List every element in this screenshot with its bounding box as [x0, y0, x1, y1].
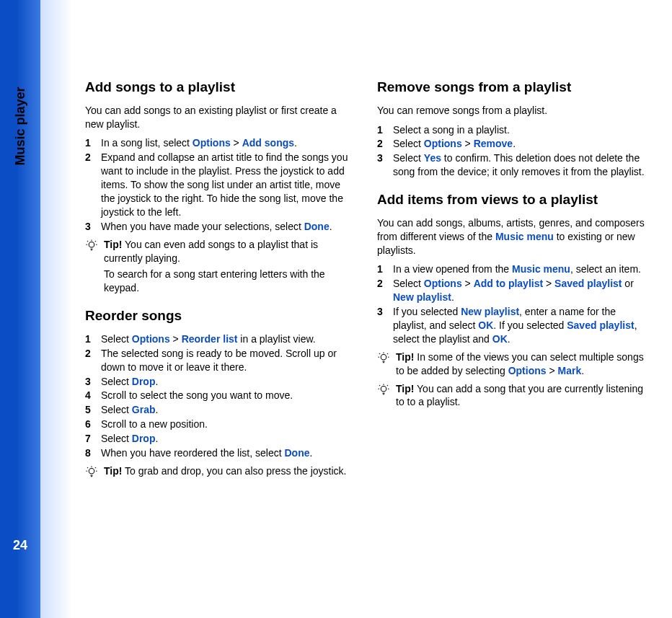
step-number: 5	[85, 403, 101, 417]
chapter-title: Music player	[12, 87, 29, 165]
tip-block: Tip! In some of the views you can select…	[377, 350, 649, 378]
column-right: Remove songs from a playlist You can rem…	[377, 78, 649, 486]
ui-done: Done	[304, 221, 330, 232]
ui-new-playlist: New playlist	[461, 306, 519, 317]
intro-add-songs: You can add songs to an existing playlis…	[85, 104, 357, 131]
text: .	[451, 291, 454, 303]
ui-add-songs: Add songs	[242, 137, 294, 149]
step-number: 8	[85, 446, 101, 460]
ui-reorder-list: Reorder list	[182, 333, 238, 345]
text: .	[294, 137, 297, 149]
steps-add-songs: 1 In a song list, select Options > Add s…	[85, 136, 357, 233]
text: >	[543, 278, 554, 289]
step-body: Select Options > Remove.	[393, 137, 649, 151]
step: 7 Select Drop.	[85, 432, 357, 446]
text: .	[156, 404, 159, 415]
tip-block: Tip! You can even add songs to a playlis…	[85, 238, 357, 296]
step: 3 If you selected New playlist, enter a …	[377, 305, 649, 346]
text: >	[231, 137, 242, 149]
text: .	[155, 376, 158, 387]
step-body: Select Options > Reorder list in a playl…	[101, 332, 357, 346]
step-body: Select Grab.	[101, 403, 357, 417]
text: In a song list, select	[101, 137, 193, 149]
ui-grab: Grab	[132, 404, 156, 415]
step-number: 3	[85, 375, 101, 389]
lightbulb-icon	[377, 350, 396, 378]
step: 2 Select Options > Remove.	[377, 137, 649, 151]
text: or	[622, 278, 633, 289]
step-number: 4	[85, 389, 101, 402]
step-body: When you have made your selections, sele…	[101, 220, 357, 234]
ui-add-to-playlist: Add to playlist	[474, 278, 543, 289]
steps-reorder: 1 Select Options > Reorder list in a pla…	[85, 332, 357, 460]
lightbulb-icon	[377, 382, 396, 410]
text: , select an item.	[570, 263, 641, 275]
text: >	[170, 333, 182, 345]
text: If you selected	[393, 306, 461, 317]
step-body: Scroll to select the song you want to mo…	[101, 389, 357, 402]
text: >	[462, 138, 474, 149]
tip-body: Tip! To grab and drop, you can also pres…	[104, 464, 357, 482]
svg-point-1	[89, 468, 94, 474]
text: When you have reordered the list, select	[101, 447, 284, 459]
text: .	[155, 433, 158, 444]
step-number: 3	[377, 305, 393, 346]
ui-drop: Drop	[132, 433, 156, 444]
step-body: If you selected New playlist, enter a na…	[393, 305, 649, 346]
step-body: In a song list, select Options > Add son…	[101, 136, 357, 150]
step-number: 2	[377, 137, 393, 151]
text: Select	[393, 138, 424, 149]
step: 1 In a song list, select Options > Add s…	[85, 136, 357, 150]
ui-music-menu: Music menu	[495, 231, 554, 242]
intro-remove: You can remove songs from a playlist.	[377, 104, 649, 118]
ui-yes: Yes	[424, 152, 441, 164]
step-body: The selected song is ready to be moved. …	[101, 347, 357, 374]
step: 1 In a view opened from the Music menu, …	[377, 262, 649, 276]
text: .	[309, 447, 312, 459]
step-body: In a view opened from the Music menu, se…	[393, 262, 649, 276]
ui-done: Done	[284, 447, 309, 459]
step-body: Expand and collapse an artist title to f…	[101, 151, 357, 218]
ui-options: Options	[424, 278, 462, 289]
text: Select	[393, 278, 424, 289]
svg-point-0	[89, 242, 94, 247]
column-left: Add songs to a playlist You can add song…	[85, 78, 357, 486]
ui-options: Options	[132, 333, 170, 345]
lightbulb-icon	[85, 238, 104, 296]
text: In a view opened from the	[393, 263, 512, 275]
step-number: 2	[377, 277, 393, 304]
lightbulb-icon	[85, 464, 104, 482]
tip-block: Tip! To grab and drop, you can also pres…	[85, 464, 357, 482]
steps-remove: 1 Select a song in a playlist. 2 Select …	[377, 123, 649, 180]
step-body: When you have reordered the list, select…	[101, 446, 357, 460]
tip-extra: To search for a song start entering lett…	[104, 268, 357, 295]
tip-label: Tip!	[104, 239, 122, 250]
step: 4 Scroll to select the song you want to …	[85, 389, 357, 402]
svg-point-2	[381, 354, 386, 360]
tip-body: Tip! You can add a song that you are cur…	[396, 382, 649, 410]
step: 3 Select Yes to confirm. This deletion d…	[377, 151, 649, 179]
step: 1 Select a song in a playlist.	[377, 123, 649, 137]
step: 3 Select Drop.	[85, 375, 357, 389]
text: in a playlist view.	[237, 333, 315, 345]
step-number: 1	[377, 262, 393, 276]
steps-add-from-views: 1 In a view opened from the Music menu, …	[377, 262, 649, 345]
step-number: 3	[377, 151, 393, 179]
step: 2 Select Options > Add to playlist > Sav…	[377, 277, 649, 304]
text: .	[513, 138, 516, 149]
ui-options: Options	[424, 138, 462, 149]
step: 2 Expand and collapse an artist title to…	[85, 151, 357, 218]
step: 5 Select Grab.	[85, 403, 357, 417]
ui-music-menu: Music menu	[512, 263, 570, 275]
ui-options: Options	[508, 365, 547, 376]
text: . If you selected	[493, 319, 567, 331]
tip-label: Tip!	[396, 383, 414, 394]
sidebar-fade	[40, 0, 72, 618]
text: Select	[393, 152, 424, 164]
step-body: Select Drop.	[101, 375, 357, 389]
intro-add-from-views: You can add songs, albums, artists, genr…	[377, 216, 649, 257]
step-body: Select Yes to confirm. This deletion doe…	[393, 151, 649, 179]
text: .	[581, 365, 584, 376]
ui-remove: Remove	[474, 138, 513, 149]
tip-label: Tip!	[396, 351, 414, 363]
